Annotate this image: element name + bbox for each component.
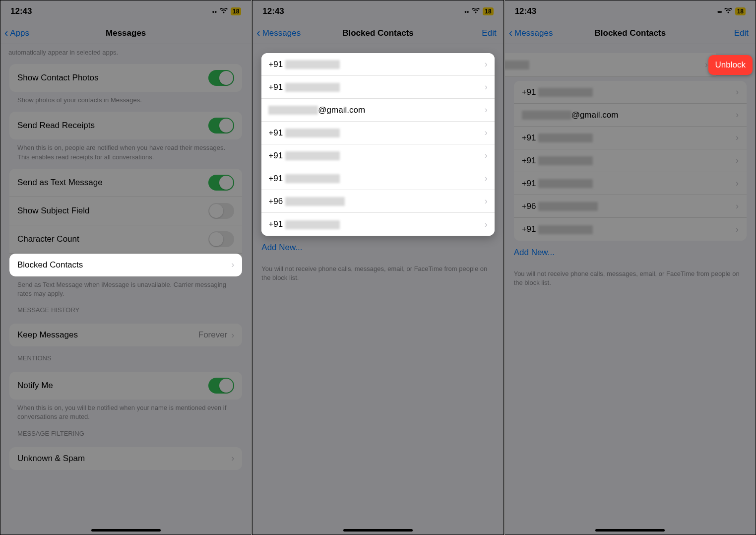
row-send-text[interactable]: Send as Text Message [9,169,242,197]
blocked-contact-row[interactable]: +91 › [514,172,747,195]
toggle-notify-me[interactable] [208,378,234,394]
row-unknown-spam[interactable]: Unknown & Spam › [9,447,242,470]
row-read-receipts[interactable]: Send Read Receipts [9,112,242,139]
row-keep-messages[interactable]: Keep Messages Forever › [9,324,242,346]
blocked-contact-row[interactable]: @gmail.com › [514,104,747,127]
cellular-icon: •• [464,8,469,15]
footer-note: You will not receive phone calls, messag… [252,260,503,287]
row-label: Keep Messages [17,330,78,340]
blocked-contact-row[interactable]: +91 › [261,122,494,144]
section-header: MESSAGE HISTORY [9,298,242,317]
home-indicator[interactable] [343,529,413,532]
cellular-icon: •• [212,8,217,15]
row-notify-me[interactable]: Notify Me [9,372,242,400]
chevron-right-icon: › [736,155,739,166]
row-label: Blocked Contacts [17,260,83,270]
footer-text: Send as Text Message when iMessage is un… [9,276,242,298]
toggle-char-count[interactable] [208,231,234,247]
blocked-contact-row[interactable]: +91 › [261,167,494,190]
row-label: Send Read Receipts [17,121,95,131]
back-button[interactable]: ‹ Messages [256,28,301,39]
back-label: Messages [514,28,553,38]
blocked-contact-row[interactable]: +91 › [261,144,494,167]
page-title: Messages [106,28,146,38]
row-blocked-contacts[interactable]: Blocked Contacts › [9,254,242,276]
contact-phone: +91 [268,128,340,138]
blocked-contact-row[interactable]: +91 › [261,213,494,236]
screen-blocked-contacts-swipe: 12:43 ••• 18 ‹ Messages Blocked Contacts… [504,0,756,535]
chevron-right-icon: › [485,128,488,138]
blocked-contact-row[interactable]: +91 › [261,76,494,99]
contact-phone: +91 [522,133,593,143]
chevron-right-icon: › [485,105,488,115]
nav-bar: ‹ Messages Blocked Contacts Edit [252,22,503,44]
chevron-right-icon: › [485,82,488,92]
status-time: 12:43 [262,6,284,16]
back-button[interactable]: ‹ Apps [4,28,29,39]
chevron-right-icon: › [736,133,739,143]
blocked-contact-row[interactable]: +91 › [514,81,747,104]
wifi-icon [472,8,480,15]
section-header: MESSAGE FILTERING [9,422,242,440]
truncated-description: automatically appear in selected apps. [0,44,251,57]
row-label: Send as Text Message [17,178,103,188]
row-label: Show Contact Photos [17,73,98,83]
add-new-button[interactable]: Add New... [252,236,503,260]
edit-button[interactable]: Edit [482,28,496,38]
toggle-show-contact-photos[interactable] [208,70,234,86]
chevron-left-icon: ‹ [4,28,8,39]
nav-bar: ‹ Apps Messages [0,22,251,44]
contact-email: @gmail.com [268,105,365,115]
blocked-contact-row[interactable]: +91 › [261,53,494,76]
footer-text: Show photos of your contacts in Messages… [9,92,242,105]
chevron-right-icon: › [736,224,739,235]
row-show-contact-photos[interactable]: Show Contact Photos [9,64,242,92]
home-indicator[interactable] [91,529,161,532]
chevron-right-icon: › [231,260,234,270]
swiped-contact-row[interactable]: 64- › Unblock [505,53,756,77]
unblock-button[interactable]: Unblock [708,55,753,75]
row-char-count[interactable]: Character Count [9,225,242,254]
contact-phone: +91 [268,219,340,229]
contact-phone: +91 [268,60,340,69]
home-indicator[interactable] [595,529,665,532]
toggle-send-text[interactable] [208,175,234,191]
status-time: 12:43 [515,6,536,16]
row-value: Forever [198,330,228,340]
contact-phone: +91 [522,179,593,189]
blocked-contact-row[interactable]: +91 › [514,149,747,172]
contact-phone: +91 [522,156,593,166]
contact-phone: +91 [268,82,340,92]
edit-button[interactable]: Edit [734,28,749,38]
blocked-contact-row[interactable]: +96 › [261,190,494,213]
blocked-contact-row[interactable]: +91 › [514,127,747,149]
cellular-icon: ••• [717,8,721,15]
wifi-icon [724,8,732,15]
toggle-subject-field[interactable] [208,203,234,219]
back-label: Apps [10,28,29,38]
status-time: 12:43 [10,6,32,16]
chevron-right-icon: › [736,110,739,120]
status-bar: 12:43 •• 18 [252,0,503,22]
contact-phone: +91 [522,224,593,234]
toggle-read-receipts[interactable] [208,118,234,134]
chevron-left-icon: ‹ [509,28,512,39]
back-label: Messages [262,28,301,38]
blocked-contact-row[interactable]: +91 › [514,218,747,241]
battery-indicator: 18 [231,7,241,15]
chevron-right-icon: › [231,453,234,464]
contact-phone: +91 [268,151,340,161]
footer-text: When this is on, you will be notified wh… [9,400,242,421]
back-button[interactable]: ‹ Messages [509,28,553,39]
contact-email: @gmail.com [522,110,619,120]
row-subject-field[interactable]: Show Subject Field [9,197,242,225]
row-label: Character Count [17,234,79,244]
blocked-contact-row[interactable]: @gmail.com › [261,99,494,122]
contact-phone: +96 [268,197,345,206]
blocked-contacts-list: +91 › @gmail.com › +91 › +91 › +91 › +96 [514,81,747,241]
chevron-right-icon: › [231,330,234,340]
screen-messages-settings: 12:43 •• 18 ‹ Apps Messages automaticall… [0,0,252,535]
add-new-button[interactable]: Add New... [505,241,756,265]
status-bar: 12:43 •• 18 [0,0,251,22]
blocked-contact-row[interactable]: +96 › [514,195,747,218]
